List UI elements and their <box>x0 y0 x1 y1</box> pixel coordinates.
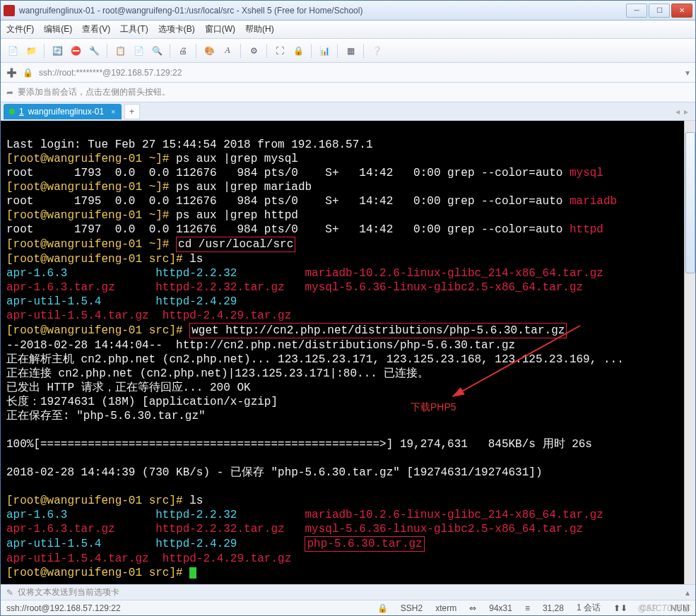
menu-edit[interactable]: 编辑(E) <box>44 23 72 35</box>
tab-bar: 1 wangruifenglinux-01 × + ◂ ▸ <box>1 102 695 121</box>
menu-help[interactable]: 帮助(H) <box>245 23 274 35</box>
tab-prev-icon[interactable]: ◂ <box>676 107 680 117</box>
properties-icon[interactable]: 🔧 <box>86 43 102 59</box>
status-pos-icon: ≡ <box>525 603 530 613</box>
toolbar: 📄 📁 🔄 ⛔ 🔧 📋 📄 🔍 🖨 🎨 A ⚙ ⛶ 🔒 📊 ▦ ❔ <box>1 39 695 63</box>
lock-addr-icon: 🔒 <box>23 68 33 78</box>
menu-view[interactable]: 查看(V) <box>82 23 110 35</box>
send-menu-icon[interactable]: ▴ <box>685 588 690 598</box>
cursor <box>189 567 196 579</box>
annotation-label: 下载PHP5 <box>411 400 456 414</box>
reconnect-icon[interactable]: 🔄 <box>49 43 65 59</box>
session-tab[interactable]: 1 wangruifenglinux-01 × <box>4 104 122 119</box>
bookmark-icon[interactable]: ➕ <box>6 68 17 78</box>
menu-window[interactable]: 窗口(W) <box>205 23 235 35</box>
status-ssh: SSH2 <box>401 603 423 613</box>
hint-text: 要添加当前会话，点击左侧的箭头按钮。 <box>18 86 170 98</box>
copy-icon[interactable]: 📋 <box>112 43 128 59</box>
print-icon[interactable]: 🖨 <box>175 43 191 59</box>
open-icon[interactable]: 📁 <box>23 43 39 59</box>
titlebar: wangruifenglinux-01 - root@wangruifeng-0… <box>1 1 695 20</box>
menu-tools[interactable]: 工具(T) <box>120 23 148 35</box>
app-icon <box>4 5 15 16</box>
transfer-icon[interactable]: 📊 <box>317 43 332 59</box>
send-icon[interactable]: ✎ <box>6 588 13 598</box>
layout-icon[interactable]: ▦ <box>343 43 358 59</box>
menu-file[interactable]: 文件(F) <box>6 23 34 35</box>
address-text[interactable]: ssh://root:********@192.168.57.129:22 <box>39 68 680 78</box>
menubar: 文件(F) 编辑(E) 查看(V) 工具(T) 选项卡(B) 窗口(W) 帮助(… <box>1 20 695 39</box>
hint-bar: ➦ 要添加当前会话，点击左侧的箭头按钮。 <box>1 83 695 102</box>
hint-arrow-icon[interactable]: ➦ <box>6 88 13 97</box>
status-addr: ssh://root@192.168.57.129:22 <box>6 603 121 613</box>
tab-next-icon[interactable]: ▸ <box>684 107 688 117</box>
close-button[interactable]: ✕ <box>671 4 692 18</box>
paste-icon[interactable]: 📄 <box>131 43 146 59</box>
status-sessions: 1 会话 <box>577 602 601 614</box>
watermark: @51CTO博客 <box>637 603 690 615</box>
tab-label: wangruifenglinux-01 <box>28 107 104 117</box>
status-net-icon: ⬆⬇ <box>613 603 627 613</box>
tab-close-icon[interactable]: × <box>111 107 115 116</box>
status-dot-icon <box>9 109 15 114</box>
terminal-scrollbar[interactable] <box>684 121 695 584</box>
scrollbar-thumb[interactable] <box>685 132 695 273</box>
tab-number: 1 <box>19 107 24 117</box>
maximize-button[interactable]: ☐ <box>649 4 670 18</box>
color-icon[interactable]: 🎨 <box>201 43 217 59</box>
font-icon[interactable]: A <box>220 43 235 59</box>
new-session-icon[interactable]: 📄 <box>5 43 20 59</box>
menu-tab[interactable]: 选项卡(B) <box>158 23 195 35</box>
status-lock-icon: 🔒 <box>377 603 388 613</box>
status-size: 94x31 <box>489 603 512 613</box>
status-size-icon: ⇔ <box>469 603 476 613</box>
window-title: wangruifenglinux-01 - root@wangruifeng-0… <box>19 6 625 16</box>
disconnect-icon[interactable]: ⛔ <box>68 43 83 59</box>
status-term: xterm <box>435 603 456 613</box>
script-icon[interactable]: ⚙ <box>246 43 261 59</box>
status-bar: ssh://root@192.168.57.129:22 🔒 SSH2 xter… <box>1 600 695 615</box>
terminal[interactable]: Last login: Tue Feb 27 15:44:54 2018 fro… <box>1 121 695 584</box>
address-bar: ➕ 🔒 ssh://root:********@192.168.57.129:2… <box>1 63 695 83</box>
send-text[interactable]: 仅将文本发送到当前选项卡 <box>18 586 119 598</box>
help-icon[interactable]: ❔ <box>369 43 384 59</box>
tab-add-button[interactable]: + <box>124 104 140 119</box>
fullscreen-icon[interactable]: ⛶ <box>272 43 288 59</box>
minimize-button[interactable]: ─ <box>626 4 647 18</box>
lock-icon[interactable]: 🔒 <box>290 43 306 59</box>
send-bar: ✎ 仅将文本发送到当前选项卡 ▴ <box>1 584 695 600</box>
status-pos: 31,28 <box>543 603 564 613</box>
find-icon[interactable]: 🔍 <box>149 43 165 59</box>
addr-dropdown-icon[interactable]: ▾ <box>685 68 690 78</box>
